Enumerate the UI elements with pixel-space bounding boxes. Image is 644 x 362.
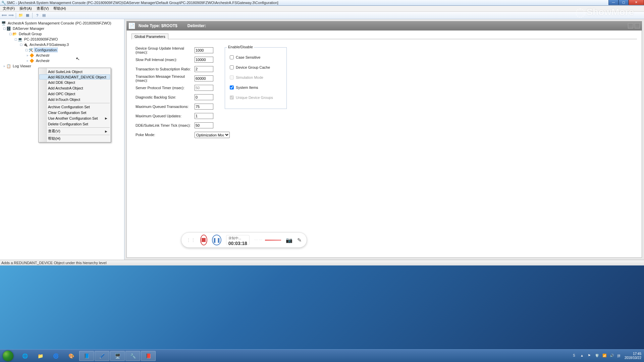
taskbar-app4[interactable]: 🖊️	[95, 351, 109, 361]
input-update-interval[interactable]	[195, 47, 213, 53]
config-icon: 🛠️	[29, 48, 33, 52]
taskbar-clock[interactable]: 17:45 2018/10/22	[625, 352, 641, 360]
expand-icon[interactable]: ▢	[3, 27, 6, 30]
taskbar-app7[interactable]: 📕	[141, 351, 156, 361]
annotate-icon[interactable]: ✎	[297, 236, 302, 244]
tree-daserver[interactable]: DAServer Manager	[12, 26, 45, 31]
forward-button[interactable]: ⟹	[8, 12, 14, 18]
expand-icon[interactable]: ▢	[14, 38, 18, 41]
header-btn-1[interactable]	[628, 23, 633, 28]
input-mqu[interactable]	[195, 113, 213, 119]
ctx-use-another-config[interactable]: Use Another Configuration Set▶	[39, 115, 110, 121]
tree-arch1[interactable]: Archestr	[35, 53, 50, 57]
chk-device-cache[interactable]	[230, 65, 234, 69]
expand-icon[interactable]: ▹	[26, 59, 30, 62]
tray-up-icon[interactable]: ▲	[580, 354, 585, 358]
folder-icon: 📂	[12, 32, 17, 36]
tray-network-icon[interactable]: 📶	[602, 354, 607, 358]
pc-icon: 💻	[18, 37, 22, 42]
stop-record-button[interactable]	[200, 235, 207, 245]
menu-help[interactable]: 帮助(H)	[52, 6, 67, 11]
input-tmt[interactable]	[195, 75, 213, 81]
enable-legend: Enable/Disable	[227, 45, 254, 49]
chk-system-items[interactable]	[230, 85, 234, 89]
ctx-add-dde[interactable]: Add DDE Object	[39, 79, 110, 85]
pause-record-button[interactable]: ❚❚	[212, 235, 221, 245]
tree-defgroup[interactable]: Default Group	[18, 32, 42, 36]
taskbar-app1[interactable]: 🌀	[48, 351, 63, 361]
tray-shield-icon[interactable]: 🛡️	[595, 354, 600, 358]
tray-icon[interactable]: S	[573, 354, 578, 358]
input-dbl[interactable]	[195, 94, 213, 100]
menu-view[interactable]: 查看(V)	[35, 6, 50, 11]
recorder-drag-handle[interactable]: ⋮⋮	[186, 237, 196, 243]
menu-file[interactable]: 文件(F)	[1, 6, 16, 11]
header-btn-2[interactable]	[635, 23, 640, 28]
tray-flag-icon[interactable]: ⚑	[588, 354, 592, 358]
screen-recorder-bar[interactable]: ⋮⋮ ❚❚ 录制中... 00:03:18 ⋯⋯ 📷 ✎	[181, 232, 307, 248]
ctx-add-opc[interactable]: Add OPC Object	[39, 91, 110, 97]
nav-tree[interactable]: 🖥️ArchestrA System Management Console (P…	[0, 20, 124, 69]
context-menu-separator	[48, 103, 110, 103]
ctx-add-intouch[interactable]: Add InTouch Object	[39, 97, 110, 102]
chk-case-sensitive[interactable]	[230, 55, 234, 59]
window-titlebar: 🔧 SMC - [ArchestrA System Management Con…	[0, 0, 644, 6]
ctx-add-suitelink[interactable]: Add SuiteLink Object	[39, 69, 110, 74]
menubar: 文件(F) 操作(A) 查看(V) 帮助(H)	[0, 6, 644, 12]
menu-action[interactable]: 操作(A)	[18, 6, 33, 11]
expand-icon[interactable]: ▢	[9, 32, 12, 36]
taskbar-app3[interactable]: 📘	[79, 351, 94, 361]
help-button[interactable]: ?	[34, 12, 40, 18]
tree-logviewer[interactable]: Log Viewer	[12, 64, 32, 68]
webcam-icon[interactable]: 📷	[286, 236, 292, 244]
expand-icon[interactable]: ▢	[25, 48, 29, 52]
ctx-help[interactable]: 帮助(H)	[39, 136, 110, 141]
content-body: Global Parameters Device Group Update In…	[126, 31, 642, 258]
ctx-delete-config[interactable]: Delete Configuration Set	[39, 121, 110, 127]
tab-global-parameters[interactable]: Global Parameters	[131, 34, 168, 40]
lbl-case: Case Sensitive	[236, 55, 260, 59]
start-button[interactable]	[0, 350, 16, 362]
export-button[interactable]: ▤	[41, 12, 47, 18]
chk-unique-groups	[230, 96, 234, 100]
tree-root[interactable]: ArchestrA System Management Console (PC-…	[7, 21, 112, 25]
up-button[interactable]: 📁	[18, 12, 24, 18]
ctx-view[interactable]: 查看(V)▶	[39, 128, 110, 134]
input-slow-poll[interactable]	[195, 57, 213, 63]
taskbar-explorer[interactable]: 📁	[33, 351, 48, 361]
back-button[interactable]: ⟸	[1, 12, 7, 18]
tray-lang-icon[interactable]: 拼	[617, 354, 622, 358]
tree-pc[interactable]: PC-20180909FZWO	[23, 37, 58, 41]
maximize-button[interactable]: ▢	[619, 0, 629, 5]
lbl-sys: System Items	[236, 85, 258, 89]
ctx-add-redundant-device[interactable]: Add REDUNDANT_DEVICE Object	[39, 74, 110, 79]
expand-icon[interactable]: ▹	[3, 64, 6, 68]
expand-icon[interactable]: ▢	[19, 43, 23, 46]
ctx-clear-config[interactable]: Clear Configuration Set	[39, 110, 110, 115]
ctx-archive-config[interactable]: Archive Configuration Set	[39, 104, 110, 110]
expand-icon[interactable]: ▹	[26, 54, 30, 57]
document-icon: 📄	[128, 22, 135, 29]
window-title: SMC - [ArchestrA System Management Conso…	[7, 1, 278, 5]
properties-button[interactable]: ▦	[24, 12, 31, 18]
taskbar-app5[interactable]: 🖥️	[110, 351, 125, 361]
input-mqt[interactable]	[195, 104, 213, 110]
taskbar-app2[interactable]: 🎨	[64, 351, 78, 361]
minimize-button[interactable]: —	[608, 0, 619, 5]
close-button[interactable]: ✕	[629, 0, 644, 5]
tree-arch2[interactable]: Archestr	[35, 59, 50, 63]
tray-volume-icon[interactable]: 🔊	[610, 354, 614, 358]
enable-disable-group: Enable/Disable Case Sensitive Device Gro…	[225, 47, 287, 109]
input-spt	[195, 85, 213, 91]
tree-panel: 🖥️ArchestrA System Management Console (P…	[0, 19, 124, 260]
input-t2s[interactable]	[195, 66, 213, 72]
taskbar-chrome[interactable]: 🌐	[17, 351, 32, 361]
nodetype-label: Node Type:	[139, 23, 161, 28]
nodetype-value: $ROOT$	[161, 23, 177, 28]
taskbar-smc[interactable]: 🔧	[125, 351, 140, 361]
audio-visualizer: ⋯⋯	[254, 238, 281, 242]
tree-fsgw[interactable]: ArchestrA.FSGateway.3	[29, 43, 69, 47]
ctx-add-archestra[interactable]: Add ArchestrA Object	[39, 85, 110, 91]
tree-config[interactable]: Configuration	[34, 48, 57, 52]
input-dde[interactable]	[195, 122, 213, 128]
